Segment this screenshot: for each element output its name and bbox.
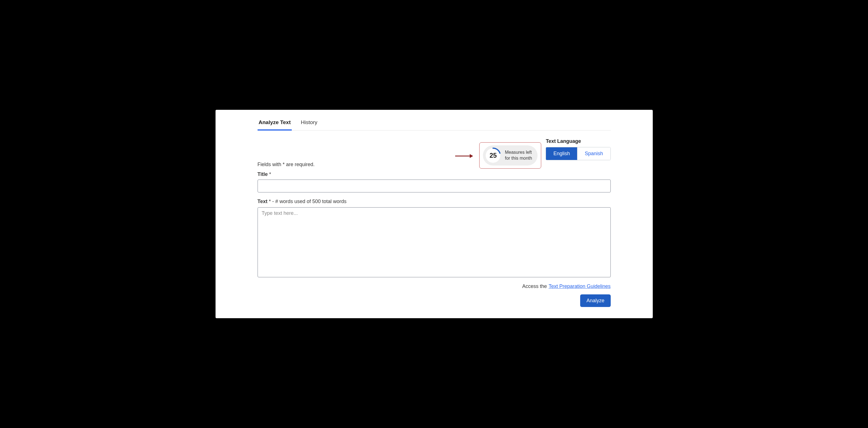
guidelines-prefix: Access the (522, 284, 547, 289)
title-required-marker: * (268, 171, 271, 177)
text-textarea[interactable] (257, 207, 611, 277)
text-label-bold: Text (257, 199, 268, 204)
title-label-text: Title (257, 171, 268, 177)
guidelines-row: Access the Text Preparation Guidelines (257, 284, 611, 289)
language-spanish-button[interactable]: Spanish (577, 147, 610, 160)
tab-history[interactable]: History (300, 116, 318, 131)
required-fields-note: Fields with * are required. (257, 162, 315, 169)
arrow-right-icon (455, 153, 473, 159)
text-label: Text * - # words used of 500 total words (257, 199, 611, 204)
tab-bar: Analyze Text History (257, 112, 611, 131)
text-label-rest: * - # words used of 500 total words (268, 199, 346, 204)
title-input[interactable] (257, 179, 611, 192)
tab-analyze-text[interactable]: Analyze Text (257, 116, 292, 131)
title-label: Title * (257, 171, 611, 177)
language-group: Text Language English Spanish (546, 138, 611, 160)
measures-pill: 25 Measures left for this month (483, 145, 537, 166)
measures-remaining-box: 25 Measures left for this month (479, 142, 541, 169)
measures-count: 25 (485, 147, 501, 163)
measures-line1: Measures left (505, 150, 532, 156)
analyze-text-panel: Analyze Text History Fields with * are r… (216, 110, 653, 318)
top-row: Fields with * are required. 25 Measures … (257, 138, 611, 169)
measures-label: Measures left for this month (505, 150, 532, 161)
measures-gauge: 25 (485, 147, 501, 163)
analyze-button[interactable]: Analyze (580, 294, 611, 307)
button-row: Analyze (257, 294, 611, 307)
language-english-button[interactable]: English (546, 147, 577, 160)
language-toggle: English Spanish (546, 147, 611, 160)
svg-marker-1 (470, 154, 473, 158)
language-label: Text Language (546, 138, 611, 144)
text-preparation-guidelines-link[interactable]: Text Preparation Guidelines (549, 284, 611, 289)
measures-line2: for this month (505, 156, 532, 161)
